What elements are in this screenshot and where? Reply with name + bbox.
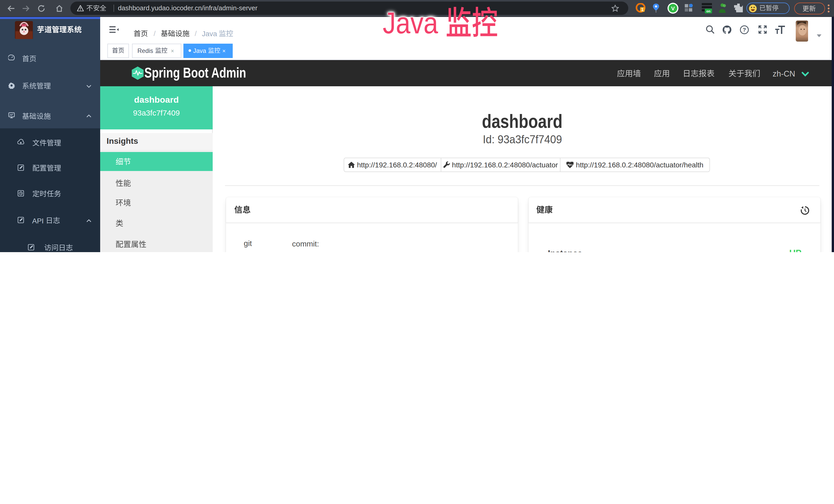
svg-text:V: V xyxy=(671,5,675,11)
svg-text:?: ? xyxy=(743,26,746,32)
svg-text:1: 1 xyxy=(641,7,644,12)
svg-text:on: on xyxy=(706,9,710,13)
